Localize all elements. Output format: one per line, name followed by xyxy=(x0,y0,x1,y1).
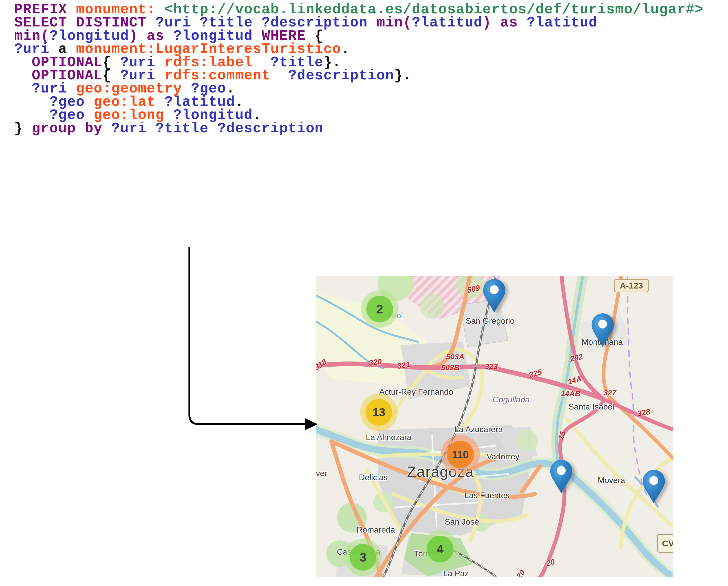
sparql-query-code: PREFIX monument: <http://vocab.linkeddat… xyxy=(14,3,704,135)
pin-movera-east[interactable] xyxy=(642,469,666,505)
map-label-san-jos-: San José xyxy=(445,517,479,527)
road-ref-503a: 503A xyxy=(446,353,464,361)
road-ref-14ab: 14AB xyxy=(561,389,580,398)
map-label-vadorrey: Vadorrey xyxy=(487,452,519,461)
road-ref-503b: 503B xyxy=(441,363,460,372)
map-label-la-azucarera: La Azucarera xyxy=(454,425,503,434)
road-sign-cv: CV xyxy=(657,534,673,553)
code-line-2: SELECT DISTINCT ?uri ?title ?description… xyxy=(14,16,704,29)
code-line-6: OPTIONAL{ ?uri rdfs:comment ?description… xyxy=(14,69,704,82)
map-label-la-almozara: La Almozara xyxy=(366,433,412,442)
map-label-san-gregorio: San Gregorio xyxy=(466,316,515,326)
map-label-ver: ver xyxy=(316,468,327,478)
map-label-las-fuentes: Las Fuentes xyxy=(464,491,510,500)
code-line-9: ?geo geo:long ?longitud. xyxy=(14,109,704,122)
marker-cluster-2[interactable]: 2 xyxy=(361,290,398,328)
cluster-count: 13 xyxy=(372,406,385,419)
code-line-4: ?uri a monument:LugarInteresTuristico. xyxy=(14,43,704,56)
marker-cluster-3[interactable]: 3 xyxy=(344,538,382,576)
map-viewport[interactable]: JuslibolSan GregorioMontañanaActur-Rey F… xyxy=(316,276,673,577)
cluster-count: 110 xyxy=(452,449,469,460)
cluster-count: 3 xyxy=(360,550,367,564)
pin-movera-west[interactable] xyxy=(549,459,573,495)
cluster-count: 4 xyxy=(437,542,444,556)
code-line-8: ?geo geo:lat ?latitud. xyxy=(14,96,704,109)
road-ref-327: 327 xyxy=(603,388,616,397)
code-line-3: min(?longitud) as ?longitud WHERE { xyxy=(14,29,704,43)
map-label-actur-rey-fernando: Actur-Rey Fernando xyxy=(379,387,453,397)
road-sign-a-123: A-123 xyxy=(614,279,649,292)
road-ref-323: 323 xyxy=(485,362,498,371)
map-label-delicias: Delicias xyxy=(359,473,388,482)
marker-cluster-110[interactable]: 110 xyxy=(441,435,480,474)
map-label-santa-isabel: Santa Isabel xyxy=(569,402,614,412)
road-ref-320: 320 xyxy=(368,357,382,367)
code-line-1: PREFIX monument: <http://vocab.linkeddat… xyxy=(14,3,704,16)
marker-cluster-4[interactable]: 4 xyxy=(421,530,459,568)
map-label-movera: Movera xyxy=(598,476,625,485)
cluster-count: 2 xyxy=(376,302,383,316)
code-line-5: OPTIONAL{ ?uri rdfs:label ?title}. xyxy=(14,56,704,69)
marker-cluster-13[interactable]: 13 xyxy=(360,393,398,431)
map-label-la-paz: La Paz xyxy=(443,569,469,577)
map-label-romareda: Romareda xyxy=(357,525,395,535)
map-label-cogullada: Cogullada xyxy=(493,395,530,404)
pin-montanana[interactable] xyxy=(591,313,615,349)
road-ref-321: 321 xyxy=(397,360,411,371)
code-line-7: ?uri geo:geometry ?geo. xyxy=(14,82,704,95)
code-line-10: } group by ?uri ?title ?description xyxy=(14,122,704,135)
pin-san-gregorio[interactable] xyxy=(482,278,506,314)
